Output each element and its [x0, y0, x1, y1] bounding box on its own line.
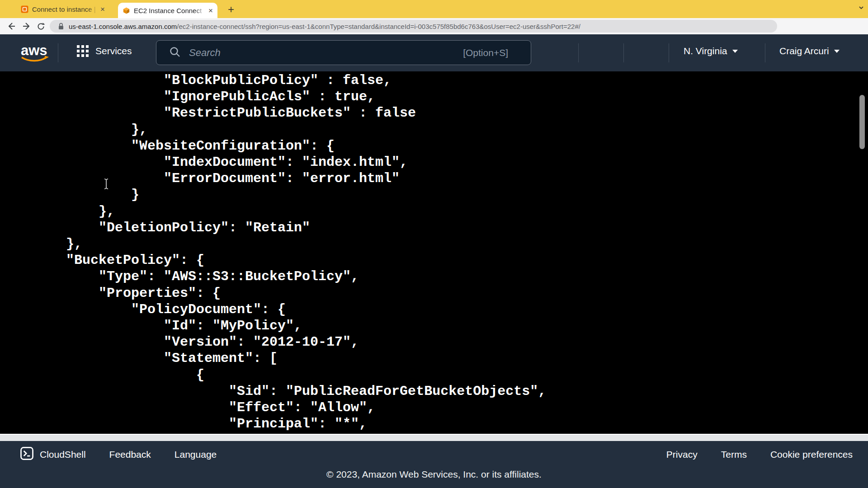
terms-link[interactable]: Terms: [721, 449, 747, 460]
caret-down-icon: [732, 49, 738, 53]
terminal-screen[interactable]: "BlockPublicPolicy" : false, "IgnorePubl…: [0, 71, 868, 434]
terminal-json-text: "BlockPublicPolicy" : false, "IgnorePubl…: [0, 71, 868, 432]
url-text: us-east-1.console.aws.amazon.com/ec2-ins…: [69, 23, 580, 30]
url-address-bar[interactable]: us-east-1.console.aws.amazon.com/ec2-ins…: [50, 20, 777, 33]
console-footer: CloudShell Feedback Language Privacy Ter…: [0, 441, 868, 488]
url-domain: us-east-1.console.aws.amazon.com: [69, 23, 177, 30]
divider: [578, 43, 579, 62]
search-input[interactable]: Search [Option+S]: [156, 40, 531, 65]
browser-toolbar: us-east-1.console.aws.amazon.com/ec2-ins…: [0, 18, 868, 34]
chevron-down-icon[interactable]: [858, 5, 864, 13]
aws-logo[interactable]: aws: [20, 42, 50, 65]
vertical-scrollbar-thumb[interactable]: [859, 95, 865, 149]
region-label: N. Virginia: [684, 46, 727, 56]
search-shortcut-hint: [Option+S]: [463, 47, 508, 58]
copyright-text: © 2023, Amazon Web Services, Inc. or its…: [0, 469, 868, 480]
divider: [765, 43, 765, 62]
lock-icon[interactable]: [58, 23, 64, 30]
caret-down-icon: [834, 49, 840, 53]
browser-tab-ec2-instance-connect[interactable]: EC2 Instance Connect ×: [118, 3, 217, 18]
account-label: Craig Arcuri: [779, 46, 829, 56]
browser-tab-ec2-manage[interactable]: Connect to instance | EC2 Man ×: [16, 0, 109, 18]
svg-text:aws: aws: [21, 42, 47, 58]
search-icon: [169, 46, 181, 60]
feedback-link[interactable]: Feedback: [109, 449, 151, 460]
browser-tab-strip: Connect to instance | EC2 Man × EC2 Inst…: [0, 0, 868, 18]
screen: Connect to instance | EC2 Man × EC2 Inst…: [0, 0, 868, 488]
divider: [58, 43, 58, 62]
close-tab-icon[interactable]: ×: [208, 7, 213, 14]
language-link[interactable]: Language: [175, 449, 217, 460]
ec2-console-favicon: [21, 5, 28, 13]
services-menu-button[interactable]: Services: [77, 45, 132, 57]
cloudshell-terminal-icon: [20, 446, 34, 463]
cloudshell-button[interactable]: CloudShell: [20, 446, 86, 463]
services-grid-icon: [77, 45, 89, 57]
divider: [623, 43, 624, 62]
footer-links-row: CloudShell Feedback Language Privacy Ter…: [0, 445, 868, 465]
divider: [669, 43, 669, 62]
text-cursor-ibeam: [103, 178, 109, 192]
url-path: /ec2-instance-connect/ssh?region=us-east…: [177, 23, 580, 30]
close-tab-icon[interactable]: ×: [100, 5, 105, 13]
account-menu[interactable]: Craig Arcuri: [779, 46, 840, 56]
refresh-button[interactable]: [34, 20, 47, 33]
search-placeholder: Search: [189, 47, 463, 59]
back-button[interactable]: [5, 20, 18, 33]
cookie-preferences-link[interactable]: Cookie preferences: [770, 449, 853, 460]
privacy-link[interactable]: Privacy: [666, 449, 698, 460]
forward-button[interactable]: [20, 20, 33, 33]
tab-title: EC2 Instance Connect: [134, 7, 206, 14]
tab-title: Connect to instance | EC2 Man: [32, 5, 98, 13]
region-selector[interactable]: N. Virginia: [684, 46, 738, 56]
horizontal-scrollbar[interactable]: [0, 434, 868, 441]
footer-left-group: CloudShell Feedback Language: [20, 446, 217, 463]
cloudshell-label: CloudShell: [40, 449, 86, 460]
new-tab-button[interactable]: +: [224, 3, 238, 16]
footer-right-group: Privacy Terms Cookie preferences: [666, 449, 853, 460]
services-label: Services: [95, 46, 132, 56]
aws-console-navbar: aws Services Search [Option+S] ? N. Virg…: [0, 34, 868, 71]
aws-console-favicon: [123, 7, 130, 14]
